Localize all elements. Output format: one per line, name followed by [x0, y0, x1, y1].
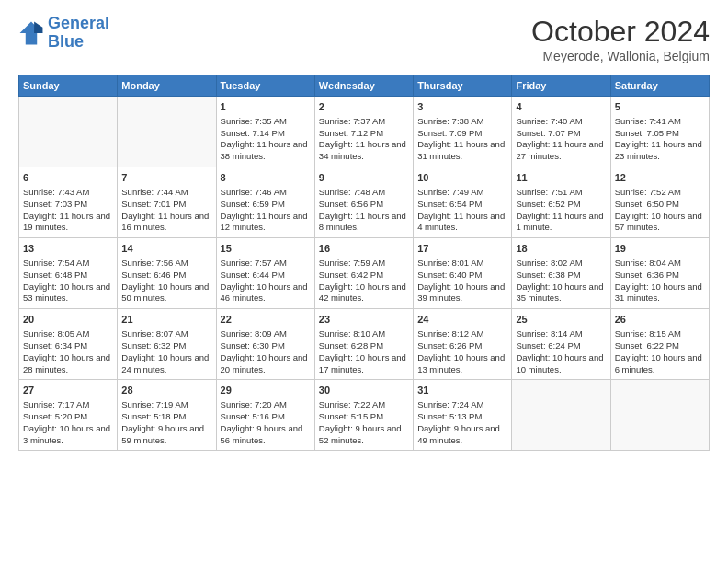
logo-line1: General: [48, 14, 109, 32]
sunrise: Sunrise: 8:05 AM: [23, 328, 89, 339]
sunrise: Sunrise: 7:57 AM: [221, 258, 287, 268]
calendar-cell: 11Sunrise: 7:51 AMSunset: 6:52 PMDayligh…: [512, 167, 610, 238]
weekday-header-row: SundayMondayTuesdayWednesdayThursdayFrid…: [19, 75, 710, 97]
day-number: 26: [615, 313, 705, 327]
daylight: Daylight: 11 hours and 16 minutes.: [121, 211, 209, 233]
sunrise: Sunrise: 7:44 AM: [121, 187, 188, 197]
calendar-cell: 15Sunrise: 7:57 AMSunset: 6:44 PMDayligh…: [216, 238, 314, 309]
sunrise: Sunrise: 7:56 AM: [121, 258, 188, 268]
day-number: 4: [516, 100, 606, 114]
day-number: 24: [417, 313, 507, 327]
calendar-cell: 3Sunrise: 7:38 AMSunset: 7:09 PMDaylight…: [414, 97, 512, 167]
calendar-cell: 21Sunrise: 8:07 AMSunset: 6:32 PMDayligh…: [118, 309, 216, 380]
sunset: Sunset: 6:54 PM: [417, 199, 482, 209]
sunrise: Sunrise: 8:15 AM: [615, 328, 681, 339]
sunset: Sunset: 6:56 PM: [319, 199, 383, 209]
sunset: Sunset: 6:24 PM: [516, 340, 580, 350]
sunrise: Sunrise: 7:22 AM: [319, 399, 385, 409]
sunrise: Sunrise: 8:10 AM: [319, 328, 385, 339]
sunrise: Sunrise: 7:35 AM: [221, 116, 287, 126]
calendar-cell: 19Sunrise: 8:04 AMSunset: 6:36 PMDayligh…: [610, 238, 709, 309]
daylight: Daylight: 9 hours and 56 minutes.: [221, 423, 303, 445]
daylight: Daylight: 10 hours and 24 minutes.: [121, 352, 209, 374]
sunset: Sunset: 7:01 PM: [121, 199, 186, 209]
calendar-cell: 9Sunrise: 7:48 AMSunset: 6:56 PMDaylight…: [314, 167, 413, 238]
daylight: Daylight: 10 hours and 13 minutes.: [417, 352, 505, 374]
sunrise: Sunrise: 7:41 AM: [615, 116, 681, 126]
title-block: October 2024 Meyerode, Wallonia, Belgium: [531, 15, 710, 63]
day-number: 12: [615, 171, 705, 185]
calendar-cell: 23Sunrise: 8:10 AMSunset: 6:28 PMDayligh…: [314, 309, 413, 380]
daylight: Daylight: 11 hours and 27 minutes.: [516, 139, 603, 161]
calendar-table: SundayMondayTuesdayWednesdayThursdayFrid…: [18, 75, 710, 451]
day-number: 3: [417, 100, 507, 114]
sunrise: Sunrise: 8:12 AM: [417, 328, 483, 339]
day-number: 15: [221, 242, 311, 256]
calendar-cell: 26Sunrise: 8:15 AMSunset: 6:22 PMDayligh…: [610, 309, 709, 380]
calendar-cell: 22Sunrise: 8:09 AMSunset: 6:30 PMDayligh…: [216, 309, 314, 380]
sunset: Sunset: 6:38 PM: [516, 270, 580, 280]
sunset: Sunset: 6:42 PM: [319, 270, 383, 280]
sunset: Sunset: 6:22 PM: [615, 340, 679, 350]
day-number: 8: [221, 171, 311, 185]
location: Meyerode, Wallonia, Belgium: [531, 49, 710, 63]
calendar-cell: 13Sunrise: 7:54 AMSunset: 6:48 PMDayligh…: [19, 238, 118, 309]
sunrise: Sunrise: 7:48 AM: [319, 187, 385, 197]
daylight: Daylight: 10 hours and 39 minutes.: [417, 282, 505, 304]
sunset: Sunset: 6:34 PM: [23, 340, 87, 350]
logo-line2: Blue: [48, 32, 84, 51]
sunset: Sunset: 5:20 PM: [23, 411, 87, 421]
day-number: 5: [615, 100, 705, 114]
day-number: 2: [319, 100, 409, 114]
calendar-cell: 6Sunrise: 7:43 AMSunset: 7:03 PMDaylight…: [19, 167, 118, 238]
daylight: Daylight: 10 hours and 10 minutes.: [516, 352, 603, 374]
daylight: Daylight: 10 hours and 17 minutes.: [319, 352, 406, 374]
day-number: 1: [221, 100, 311, 114]
calendar-cell: 27Sunrise: 7:17 AMSunset: 5:20 PMDayligh…: [19, 380, 118, 451]
sunrise: Sunrise: 7:19 AM: [121, 399, 188, 409]
daylight: Daylight: 11 hours and 12 minutes.: [221, 211, 308, 233]
calendar-cell: 29Sunrise: 7:20 AMSunset: 5:16 PMDayligh…: [216, 380, 314, 451]
day-number: 6: [23, 171, 113, 185]
sunset: Sunset: 7:07 PM: [516, 128, 580, 138]
daylight: Daylight: 10 hours and 28 minutes.: [23, 352, 110, 374]
daylight: Daylight: 11 hours and 1 minute.: [516, 211, 603, 233]
sunrise: Sunrise: 7:46 AM: [221, 187, 287, 197]
sunset: Sunset: 6:48 PM: [23, 270, 87, 280]
day-number: 16: [319, 242, 409, 256]
svg-marker-1: [34, 21, 42, 32]
day-number: 29: [221, 384, 311, 397]
sunset: Sunset: 6:32 PM: [121, 340, 186, 350]
weekday-header-friday: Friday: [512, 75, 610, 97]
day-number: 25: [516, 313, 606, 327]
sunrise: Sunrise: 7:38 AM: [417, 116, 483, 126]
daylight: Daylight: 11 hours and 4 minutes.: [417, 211, 505, 233]
calendar-cell: 2Sunrise: 7:37 AMSunset: 7:12 PMDaylight…: [314, 97, 413, 167]
sunrise: Sunrise: 8:07 AM: [121, 328, 188, 339]
daylight: Daylight: 10 hours and 6 minutes.: [615, 352, 702, 374]
daylight: Daylight: 11 hours and 34 minutes.: [319, 139, 406, 161]
daylight: Daylight: 9 hours and 49 minutes.: [417, 423, 500, 445]
sunset: Sunset: 6:59 PM: [221, 199, 285, 209]
sunset: Sunset: 5:18 PM: [121, 411, 186, 421]
calendar-week-1: 6Sunrise: 7:43 AMSunset: 7:03 PMDaylight…: [19, 167, 710, 238]
sunset: Sunset: 5:15 PM: [319, 411, 383, 421]
logo-icon: [18, 20, 44, 46]
calendar-cell: 16Sunrise: 7:59 AMSunset: 6:42 PMDayligh…: [314, 238, 413, 309]
sunset: Sunset: 7:14 PM: [221, 128, 285, 138]
sunset: Sunset: 6:30 PM: [221, 340, 285, 350]
sunset: Sunset: 7:03 PM: [23, 199, 87, 209]
day-number: 19: [615, 242, 705, 256]
sunrise: Sunrise: 7:37 AM: [319, 116, 385, 126]
calendar-cell: 28Sunrise: 7:19 AMSunset: 5:18 PMDayligh…: [118, 380, 216, 451]
calendar-cell: 1Sunrise: 7:35 AMSunset: 7:14 PMDaylight…: [216, 97, 314, 167]
day-number: 17: [417, 242, 507, 256]
calendar-cell: 24Sunrise: 8:12 AMSunset: 6:26 PMDayligh…: [414, 309, 512, 380]
sunset: Sunset: 6:46 PM: [121, 270, 186, 280]
sunrise: Sunrise: 8:01 AM: [417, 258, 483, 268]
sunset: Sunset: 6:28 PM: [319, 340, 383, 350]
day-number: 18: [516, 242, 606, 256]
calendar-cell: 20Sunrise: 8:05 AMSunset: 6:34 PMDayligh…: [19, 309, 118, 380]
calendar-week-4: 27Sunrise: 7:17 AMSunset: 5:20 PMDayligh…: [19, 380, 710, 451]
daylight: Daylight: 10 hours and 57 minutes.: [615, 211, 702, 233]
